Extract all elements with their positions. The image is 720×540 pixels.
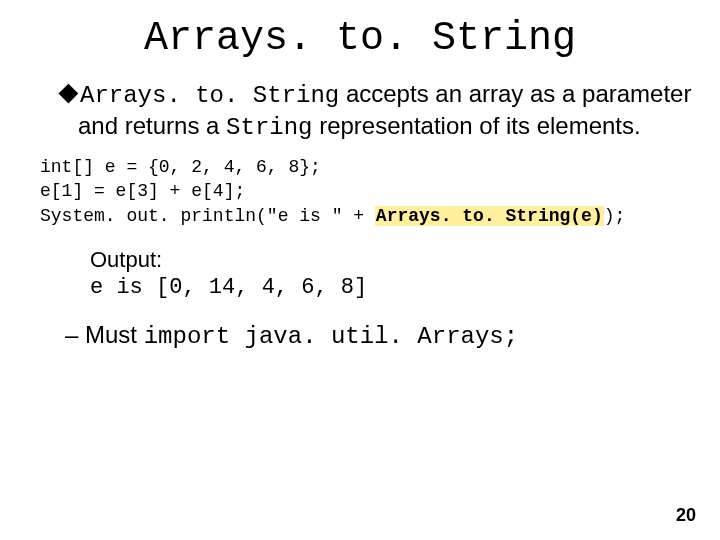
- body-mono-1: Arrays. to. String: [80, 82, 339, 109]
- body-text-2: representation of its elements.: [313, 112, 641, 139]
- must-dash: – Must: [65, 321, 144, 348]
- code-line-2: e[1] = e[3] + e[4];: [40, 179, 700, 203]
- code-highlight: Arrays. to. String(e): [375, 206, 604, 226]
- code-block: int[] e = {0, 2, 4, 6, 8}; e[1] = e[3] +…: [40, 155, 700, 228]
- output-line: e is [0, 14, 4, 6, 8]: [90, 274, 700, 303]
- body-mono-2: String: [226, 114, 312, 141]
- slide: Arrays. to. String Arrays. to. String ac…: [0, 0, 720, 540]
- must-line: – Must import java. util. Arrays;: [65, 321, 700, 350]
- page-number: 20: [676, 505, 696, 526]
- body-bullet: Arrays. to. String accepts an array as a…: [60, 79, 700, 143]
- bullet-icon: [59, 84, 79, 104]
- code-line-1: int[] e = {0, 2, 4, 6, 8};: [40, 155, 700, 179]
- slide-title: Arrays. to. String: [20, 16, 700, 61]
- output-block: Output: e is [0, 14, 4, 6, 8]: [90, 246, 700, 303]
- code-l3-a: System. out. println("e is " +: [40, 206, 375, 226]
- code-l3-b: );: [604, 206, 626, 226]
- must-code: import java. util. Arrays;: [144, 323, 518, 350]
- code-line-3: System. out. println("e is " + Arrays. t…: [40, 204, 700, 228]
- output-label: Output:: [90, 246, 700, 275]
